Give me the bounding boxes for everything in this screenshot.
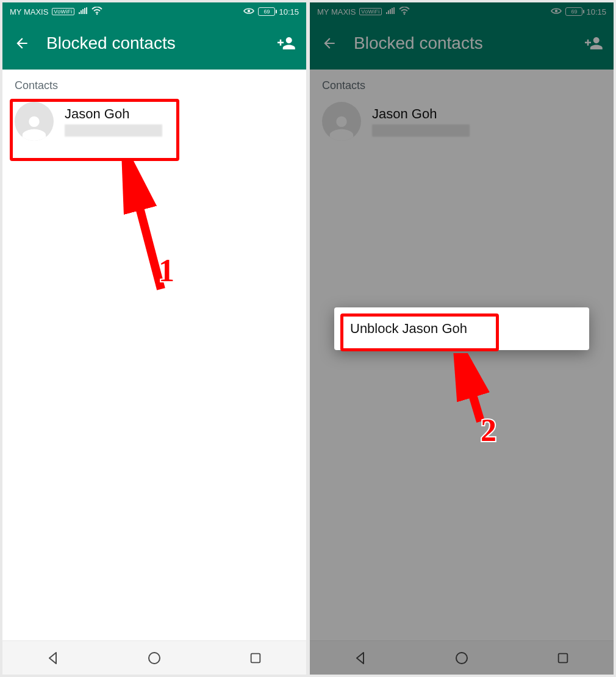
svg-point-1 xyxy=(248,9,250,12)
section-label: Contacts xyxy=(2,70,306,97)
nav-home-icon[interactable] xyxy=(146,650,163,667)
nav-recents-icon[interactable] xyxy=(247,650,264,667)
annotation-number-1: 1 xyxy=(159,253,174,288)
blocked-contact-row[interactable]: Jason Goh xyxy=(2,97,306,146)
system-nav-bar xyxy=(2,640,306,675)
context-menu: Unblock Jason Goh xyxy=(334,307,589,350)
battery-icon: 69 xyxy=(258,7,275,16)
svg-rect-4 xyxy=(251,653,260,662)
vowifi-badge: VoWiFi xyxy=(52,8,74,15)
clock-label: 10:15 xyxy=(279,7,299,16)
wifi-icon xyxy=(91,7,102,17)
contact-name: Jason Goh xyxy=(65,106,162,122)
status-bar: MY MAXIS VoWiFi 69 10:15 xyxy=(2,2,306,21)
contact-subtext-redacted xyxy=(65,124,162,137)
svg-point-3 xyxy=(149,653,160,664)
nav-back-icon[interactable] xyxy=(45,650,62,667)
phone-screen-right: MY MAXIS VoWiFi 69 10:15 xyxy=(310,2,614,675)
content-area: Contacts Jason Goh 1 xyxy=(2,70,306,640)
add-contact-icon[interactable] xyxy=(276,32,298,54)
app-bar: Blocked contacts xyxy=(2,21,306,70)
carrier-label: MY MAXIS xyxy=(10,7,48,16)
unblock-menu-item[interactable]: Unblock Jason Goh xyxy=(334,307,589,350)
svg-line-2 xyxy=(131,173,161,289)
signal-icon xyxy=(78,7,88,16)
page-title: Blocked contacts xyxy=(46,34,262,53)
avatar-icon xyxy=(15,102,54,141)
eye-icon xyxy=(243,7,254,16)
battery-level: 69 xyxy=(263,9,270,15)
phone-screen-left: MY MAXIS VoWiFi 69 10:15 xyxy=(2,2,306,675)
back-icon[interactable] xyxy=(11,32,33,54)
annotation-number-2: 2 xyxy=(481,412,496,448)
svg-point-0 xyxy=(96,13,98,15)
